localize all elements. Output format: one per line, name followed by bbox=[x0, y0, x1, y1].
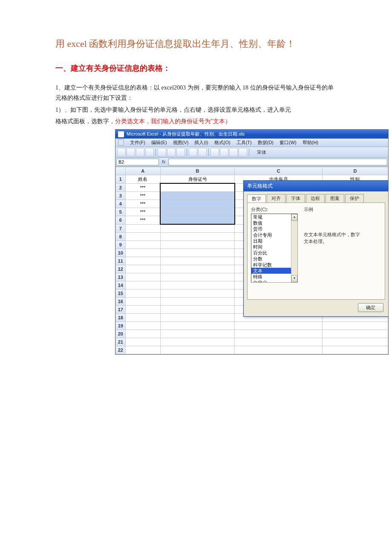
cell[interactable]: *** bbox=[125, 216, 160, 225]
menu-bar[interactable]: 文件(F) 编辑(E) 视图(V) 插入(I) 格式(O) 工具(T) 数据(D… bbox=[115, 139, 388, 147]
cell[interactable] bbox=[322, 338, 388, 346]
cell[interactable] bbox=[125, 322, 160, 330]
select-all-corner[interactable] bbox=[116, 167, 126, 175]
row-header[interactable]: 10 bbox=[116, 249, 126, 257]
row-header[interactable]: 7 bbox=[116, 224, 126, 233]
cell[interactable] bbox=[125, 306, 160, 314]
row-header[interactable]: 22 bbox=[116, 346, 126, 354]
cell[interactable] bbox=[160, 265, 235, 273]
cell[interactable] bbox=[235, 346, 322, 354]
cell[interactable] bbox=[125, 233, 160, 241]
col-header-D[interactable]: D bbox=[322, 167, 388, 175]
menu-insert[interactable]: 插入(I) bbox=[194, 139, 208, 146]
cell[interactable] bbox=[322, 330, 388, 338]
list-item[interactable]: 时间 bbox=[251, 244, 297, 250]
col-header-A[interactable]: A bbox=[125, 167, 160, 175]
menu-help[interactable]: 帮助(H) bbox=[303, 139, 318, 146]
cell[interactable] bbox=[125, 281, 160, 289]
tab-alignment[interactable]: 对齐 bbox=[267, 194, 285, 203]
list-item[interactable]: 自定义 bbox=[251, 280, 297, 283]
row-header[interactable]: 5 bbox=[116, 208, 126, 216]
cell[interactable] bbox=[322, 322, 388, 330]
list-item[interactable]: 常规 bbox=[251, 214, 297, 220]
scrollbar[interactable]: ▲ ▼ bbox=[291, 214, 297, 282]
list-item[interactable]: 会计专用 bbox=[251, 232, 297, 238]
cell[interactable]: 身份证号 bbox=[160, 175, 235, 184]
selected-cell[interactable] bbox=[160, 192, 235, 200]
menu-file[interactable]: 文件(F) bbox=[130, 139, 145, 146]
selected-cell[interactable] bbox=[160, 200, 235, 208]
menu-data[interactable]: 数据(D) bbox=[258, 139, 274, 146]
font-name-display[interactable]: 宋体 bbox=[257, 149, 266, 156]
row-header[interactable]: 2 bbox=[116, 183, 126, 192]
cell[interactable]: *** bbox=[125, 208, 160, 216]
toolbar-help-icon[interactable] bbox=[239, 148, 247, 156]
fx-icon[interactable]: fx bbox=[160, 158, 167, 166]
cell[interactable] bbox=[160, 314, 235, 322]
cell[interactable] bbox=[160, 241, 235, 249]
ok-button[interactable]: 确定 bbox=[358, 303, 383, 312]
list-item[interactable]: 货币 bbox=[251, 226, 297, 232]
toolbar-paste-icon[interactable] bbox=[176, 148, 185, 156]
scroll-down-icon[interactable]: ▼ bbox=[291, 275, 297, 282]
cell[interactable] bbox=[160, 306, 235, 314]
cell[interactable]: 姓名 bbox=[125, 175, 160, 184]
cell[interactable] bbox=[160, 330, 235, 338]
selected-cell[interactable] bbox=[160, 183, 235, 192]
category-listbox[interactable]: 常规 数值 货币 会计专用 日期 时间 百分比 分数 科学记数 文本 特殊 自定… bbox=[251, 214, 298, 283]
cell[interactable] bbox=[125, 273, 160, 281]
cell[interactable] bbox=[160, 289, 235, 298]
cell[interactable] bbox=[125, 265, 160, 273]
cell[interactable] bbox=[125, 330, 160, 338]
col-header-C[interactable]: C bbox=[235, 167, 322, 175]
cell[interactable]: *** bbox=[125, 183, 160, 192]
cell[interactable] bbox=[160, 281, 235, 289]
toolbar-sum-icon[interactable] bbox=[210, 148, 219, 156]
row-header[interactable]: 1 bbox=[116, 175, 126, 184]
list-item[interactable]: 分数 bbox=[251, 256, 297, 262]
scroll-up-icon[interactable]: ▲ bbox=[291, 214, 297, 221]
row-header[interactable]: 9 bbox=[116, 241, 126, 249]
cell[interactable] bbox=[125, 249, 160, 257]
cell[interactable] bbox=[125, 338, 160, 346]
list-item[interactable]: 特殊 bbox=[251, 274, 297, 280]
cell[interactable] bbox=[160, 338, 235, 346]
list-item[interactable]: 数值 bbox=[251, 220, 297, 226]
cell[interactable] bbox=[125, 298, 160, 306]
row-header[interactable]: 6 bbox=[116, 216, 126, 225]
row-header[interactable]: 21 bbox=[116, 338, 126, 346]
row-header[interactable]: 18 bbox=[116, 314, 126, 322]
toolbar-print-icon[interactable] bbox=[145, 148, 154, 156]
menu-edit[interactable]: 编辑(E) bbox=[151, 139, 167, 146]
list-item[interactable]: 百分比 bbox=[251, 250, 297, 256]
row-header[interactable]: 8 bbox=[116, 233, 126, 241]
cell[interactable] bbox=[160, 298, 235, 306]
selected-cell[interactable] bbox=[160, 216, 235, 225]
cell[interactable] bbox=[125, 346, 160, 354]
toolbar-sort-icon[interactable] bbox=[220, 148, 228, 156]
cell[interactable] bbox=[160, 224, 235, 233]
row-header[interactable]: 4 bbox=[116, 200, 126, 208]
list-item-selected[interactable]: 文本 bbox=[251, 268, 297, 274]
tab-pattern[interactable]: 图案 bbox=[326, 194, 344, 203]
tab-protection[interactable]: 保护 bbox=[345, 194, 364, 203]
cell[interactable]: *** bbox=[125, 200, 160, 208]
row-header[interactable]: 13 bbox=[116, 273, 126, 281]
row-header[interactable]: 12 bbox=[116, 265, 126, 273]
cell[interactable] bbox=[160, 273, 235, 281]
formula-bar[interactable] bbox=[168, 159, 387, 165]
list-item[interactable]: 日期 bbox=[251, 238, 297, 244]
tab-border[interactable]: 边框 bbox=[306, 194, 325, 203]
tab-font[interactable]: 字体 bbox=[286, 194, 305, 203]
row-header[interactable]: 20 bbox=[116, 330, 126, 338]
menu-view[interactable]: 视图(V) bbox=[173, 139, 189, 146]
cell[interactable] bbox=[160, 322, 235, 330]
name-box[interactable]: B2 bbox=[116, 159, 159, 165]
toolbar-copy-icon[interactable] bbox=[167, 148, 176, 156]
cell[interactable] bbox=[160, 346, 235, 354]
row-header[interactable]: 17 bbox=[116, 306, 126, 314]
toolbar-new-icon[interactable] bbox=[117, 148, 126, 156]
cell[interactable] bbox=[322, 346, 388, 354]
row-header[interactable]: 14 bbox=[116, 281, 126, 289]
selected-cell[interactable] bbox=[160, 208, 235, 216]
